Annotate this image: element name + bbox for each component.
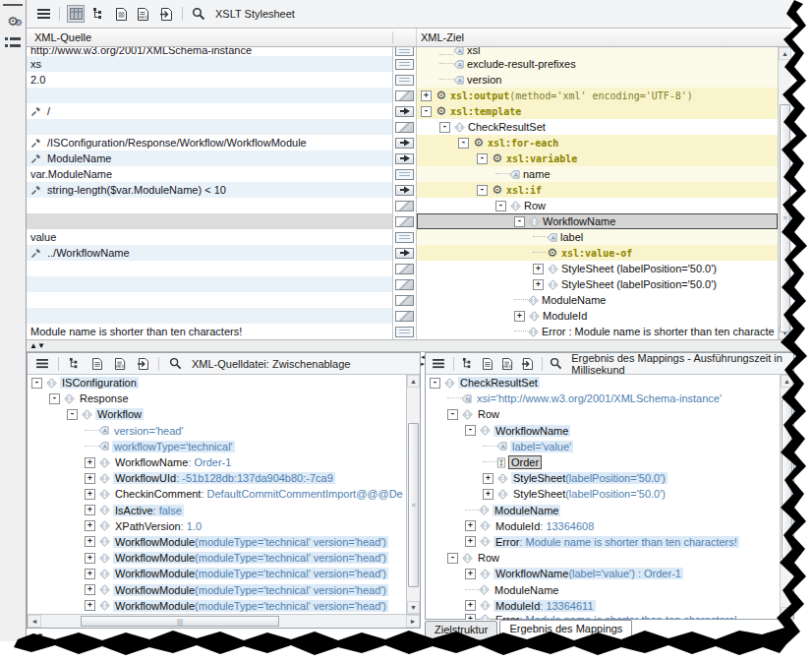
sash-arrow-icon[interactable]: ▲▼ [29,341,45,351]
target-tree-row[interactable]: Axsl [417,47,778,56]
mapping-eq-button[interactable] [395,59,414,70]
expander-icon[interactable]: - [447,553,458,564]
target-tree-row[interactable]: -⚙xsl:if [417,182,778,198]
mapping-eq-button[interactable] [395,75,414,86]
result-tree-row[interactable]: -Row [426,550,780,566]
expander-icon[interactable]: - [31,378,42,389]
mapping-source-row[interactable]: string-length($var.ModuleName) < 10 [27,182,392,198]
expander-icon[interactable]: - [67,409,78,420]
expander-icon[interactable]: + [85,536,95,547]
expander-icon[interactable]: - [514,216,525,227]
mapping-diag-button[interactable] [395,264,414,274]
expander-icon[interactable]: + [85,520,95,531]
mapping-source-row[interactable]: ../WorkflowName [27,245,392,261]
result-tree-row[interactable]: +ModuleId : 13364608 [426,518,780,534]
hamburger-menu-icon[interactable] [33,355,51,373]
source-tree-row[interactable]: +WorkflowModule (moduleType='technical' … [28,581,406,597]
mapping-diag-button[interactable] [395,311,414,322]
scroll-up-button[interactable]: ▲ [781,375,793,388]
hex-document-icon[interactable]: HEX [500,355,515,373]
horizontal-scrollbar[interactable]: ◄ ||| ► [28,614,420,628]
mapping-source-row[interactable] [27,308,392,324]
target-tree-row[interactable]: +ModuleId [417,308,778,324]
expander-icon[interactable]: - [465,425,476,436]
source-tree-row[interactable]: +WorkflowName : Order-1 [28,454,406,470]
target-tree-row[interactable]: Aexclude-result-prefixes [417,56,778,72]
scroll-up-button[interactable]: ▲ [407,375,420,388]
expander-icon[interactable]: - [495,201,506,211]
result-tree-row[interactable]: +Error : Module name is shorter than ten… [426,534,780,550]
expander-icon[interactable]: - [49,393,60,404]
result-tree-row[interactable]: -CheckResultSet [426,375,780,391]
scroll-down-button[interactable]: ▼ [781,607,793,620]
source-tree-row[interactable]: +XPathVersion : 1.0 [28,518,406,534]
target-tree-row[interactable]: +⚙xsl:output (method='xml' encoding='UTF… [417,88,778,103]
mapping-arrow-button[interactable] [395,248,414,259]
source-tree-row[interactable]: AworkflowType='technical' [28,439,406,454]
vertical-scrollbar[interactable]: ▲ ≡ ▼ [780,375,793,620]
bottom-splitter-handle[interactable]: ▲▼ [29,632,44,640]
mapping-diag-button[interactable] [395,295,414,306]
target-tree-row[interactable]: ModuleName [417,292,778,308]
source-tree-row[interactable]: +IsActive : false [28,503,406,518]
source-tree-row[interactable]: +WorkflowModule (moduleType='technical' … [28,566,406,581]
list-icon[interactable] [3,33,24,53]
expander-icon[interactable]: - [430,378,440,389]
mapping-eq-button[interactable] [395,327,414,337]
target-column-header[interactable]: XML-Ziel [417,31,778,43]
hex-document-icon[interactable]: HEX [135,5,152,23]
scrollbar-thumb[interactable]: ≡ [780,104,790,332]
mapping-source-row[interactable] [27,198,392,213]
mapping-source-row[interactable] [27,88,392,103]
mapping-eq-button[interactable] [395,232,414,243]
source-tree-row[interactable]: +WorkflowModule (moduleType='technical' … [28,534,406,550]
result-tree-row[interactable]: Nxsi='http://www.w3.org/2001/XMLSchema-i… [426,391,780,406]
target-tree-row[interactable]: -⚙xsl:variable [417,150,778,166]
mapping-source-row[interactable] [27,213,392,229]
search-icon[interactable] [166,355,184,373]
source-tree-row[interactable]: +WorkflowModule (moduleType='technical' … [28,550,406,566]
mapping-source-row[interactable]: 2.0 [27,72,392,88]
result-tree-row[interactable]: Alabel='value' [426,439,780,454]
scroll-down-button[interactable]: ▼ [407,601,420,614]
target-tree-row[interactable]: -Row [417,198,778,213]
mapping-source-row[interactable]: http://www.w3.org/2001/XMLSchema-instanc… [27,47,392,56]
mapping-arrow-button[interactable] [395,153,414,164]
sidebar-handle[interactable] [3,4,23,6]
target-tree-row[interactable]: +StyleSheet (labelPosition='50.0') [417,261,778,276]
mapping-arrow-button[interactable] [395,106,414,117]
tree-view-icon[interactable] [66,355,84,373]
mapping-eq-button[interactable] [395,169,414,180]
scrollbar-thumb[interactable]: ≡ [782,399,792,559]
mapping-source-row[interactable]: /ISConfiguration/Response/Workflow/Workf… [27,135,392,150]
scrollbar-track[interactable]: ||| [41,615,406,628]
mapping-source-row[interactable] [27,292,392,308]
hex-document-icon[interactable]: HEX [111,355,129,373]
vertical-scrollbar[interactable]: ▲ ≡ ▼ [406,375,420,614]
tab-ergebnis-des-mappings[interactable]: Ergebnis des Mappings [499,620,632,639]
mapping-source-row[interactable] [27,276,392,292]
scrollbar-track[interactable]: ≡ [407,388,420,601]
result-tree-row[interactable]: +ModuleId : 13364611 [426,598,780,614]
expander-icon[interactable]: - [477,153,488,164]
result-tree-row[interactable]: ModuleName [426,503,780,518]
expander-icon[interactable]: + [85,489,95,500]
expander-icon[interactable]: + [85,584,95,595]
result-tree-row[interactable]: ModuleName [426,581,780,597]
result-tree-row[interactable]: -Row [426,406,780,422]
target-tree-row[interactable]: Aversion [417,72,778,88]
tree-view-icon[interactable] [461,355,476,373]
expander-icon[interactable]: + [533,264,544,274]
target-tree-row[interactable]: Alabel [417,229,778,245]
grid-view-icon[interactable] [67,5,85,23]
source-tree-row[interactable]: +WorkflowModule (moduleType='technical' … [28,598,406,614]
expander-icon[interactable]: + [85,600,95,611]
scrollbar-track[interactable]: ≡ [779,60,791,327]
mapping-source-row[interactable]: var.ModuleName [27,166,392,182]
source-tree-row[interactable]: +CheckinComment : DefaultCommitCommentIm… [28,486,406,502]
mapping-diag-button[interactable] [395,216,414,227]
result-tree-row[interactable]: -WorkflowName [426,423,780,439]
scrollbar-thumb[interactable]: ||| [81,616,279,627]
expander-icon[interactable]: + [483,473,493,484]
tree-view-icon[interactable] [89,5,107,23]
